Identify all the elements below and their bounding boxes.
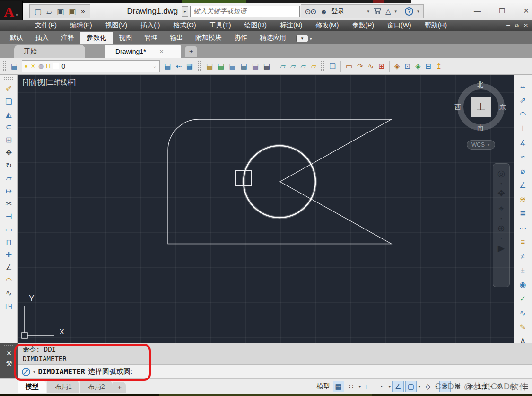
menu-item-help[interactable]: 帮助(H) (418, 21, 454, 30)
save-icon[interactable]: ▣ (57, 7, 64, 16)
dim-edit-icon[interactable]: ✎ (520, 320, 526, 334)
minimize-button[interactable]: — (474, 7, 481, 15)
autodesk-exchange-icon[interactable]: △ (385, 7, 391, 16)
ribbon-tab-output[interactable]: 输出 (164, 32, 189, 44)
layout-tab-model[interactable]: 模型 (18, 381, 46, 393)
orbit-icon[interactable]: ⊕ (497, 221, 505, 236)
annotation-scale-caret-icon[interactable]: ▾ (490, 385, 492, 389)
edit-attribute-icon[interactable]: ◈ (392, 59, 402, 73)
grid-display-icon[interactable]: ▦ (333, 381, 344, 392)
rotate-icon[interactable]: ↻ (6, 159, 12, 172)
layer-unlock2-icon[interactable]: ▱ (308, 59, 319, 73)
ribbon-tab-parametric[interactable]: 参数化 (80, 32, 113, 44)
menu-item-edit[interactable]: 编辑(E) (63, 21, 99, 30)
outline-polyline[interactable] (168, 119, 392, 244)
osnap-3d-icon[interactable]: ◇ (422, 381, 434, 392)
vp-thaw-icon[interactable]: ▱ (288, 59, 298, 73)
trim-icon[interactable]: ✂ (6, 197, 12, 210)
menu-item-view[interactable]: 视图(V) (99, 21, 134, 30)
menu-item-insert[interactable]: 插入(I) (134, 21, 166, 30)
extend-icon[interactable]: ⊣ (6, 210, 12, 223)
layer-dropdown[interactable]: ●☀◍⊔0⌄ (22, 60, 160, 72)
layer-unisolate-icon[interactable]: ▤ (215, 59, 227, 73)
new-layout-button[interactable]: ＋ (113, 382, 126, 393)
layer-previous-icon[interactable]: ⇠ (173, 59, 184, 73)
open-folder-icon[interactable]: ▱ (46, 7, 52, 16)
zoom-extents-icon[interactable]: ⌖ (499, 202, 504, 216)
dim-arc-length-icon[interactable]: ◠ (520, 107, 526, 122)
search-binoculars-icon[interactable]: ʘʘ (305, 8, 316, 16)
dim-continue-icon[interactable]: ⋯ (519, 221, 527, 235)
layout-tab-layout2[interactable]: 布局2 (80, 381, 113, 393)
menu-item-modify[interactable]: 修改(M) (309, 21, 345, 30)
make-object-layer-current-icon[interactable]: ▤ (162, 59, 173, 73)
join-icon[interactable]: ✚ (6, 248, 12, 261)
menu-item-parametric[interactable]: 参数(P) (345, 21, 381, 30)
object-snap-icon[interactable]: ✱ (439, 381, 451, 392)
layer-on-bulb-icon[interactable]: ● (24, 62, 28, 70)
osnap-tracking-icon[interactable]: ▢ (405, 381, 417, 392)
menu-item-draw[interactable]: 绘图(D) (238, 21, 273, 30)
drawing-canvas[interactable]: [-][俯视][二维线框] XY 北 南 西 东 上 WCS ▼ ◎▾✥⌖▾⊕▾… (18, 75, 514, 343)
layer-freeze-icon[interactable]: ▤ (227, 59, 238, 73)
pan-hand-icon[interactable]: ✥ (497, 186, 505, 201)
layer-plot-icon[interactable]: ◍ (38, 62, 44, 70)
isodraft-icon[interactable]: ∠ (392, 381, 404, 392)
app-store-cart-icon[interactable] (373, 7, 382, 16)
layer-walk-icon[interactable]: ▤ (261, 59, 272, 73)
dim-diameter-icon[interactable]: ⌀ (521, 164, 525, 178)
ribbon-tab-collaborate[interactable]: 协作 (228, 32, 253, 44)
attribute-sync-icon[interactable]: ⊡ (402, 59, 413, 73)
menu-item-tools[interactable]: 工具(T) (203, 21, 238, 30)
menu-item-dimension[interactable]: 标注(N) (273, 21, 309, 30)
layer-make-current-icon[interactable]: ▤ (250, 59, 261, 73)
layer-isolate-icon[interactable]: ▤ (204, 59, 215, 73)
stretch-icon[interactable]: ↦ (6, 185, 12, 197)
layout-tab-layout1[interactable]: 布局1 (47, 381, 79, 393)
vp-freeze-icon[interactable]: ▱ (278, 59, 288, 73)
purge-broom-icon[interactable]: ↥ (434, 59, 445, 73)
blend-curves-icon[interactable]: ∿ (6, 287, 12, 299)
annotation-scale-value[interactable]: 1:1 (478, 383, 487, 390)
annotation-visibility-icon[interactable]: ✱ (452, 381, 463, 392)
erase-icon[interactable]: ✐ (6, 82, 12, 95)
toolbar-grip[interactable] (321, 61, 324, 72)
annotation-autoscale-icon[interactable]: ✱ (465, 381, 476, 392)
ribbon-tab-insert[interactable]: 插入 (29, 32, 55, 44)
dim-radius-icon[interactable]: ∡ (519, 136, 526, 150)
toolbar-grip[interactable] (4, 77, 14, 80)
ribbon-tab-featured[interactable]: 精选应用 (253, 32, 292, 44)
customize-wrench-icon[interactable]: ⚒ (6, 360, 12, 368)
maximize-button[interactable]: ☐ (499, 7, 505, 15)
ortho-mode-icon[interactable]: ∟ (363, 381, 374, 392)
move-icon[interactable]: ✥ (6, 146, 12, 159)
zoom-extents-caret-icon[interactable]: ▾ (500, 217, 502, 220)
layer-states-icon[interactable]: ▦ (184, 59, 195, 73)
command-input-line[interactable]: ▾ DIMDIAMETER 选择圆弧或圆: (18, 365, 532, 378)
doc-close-icon[interactable]: ✕ (523, 22, 528, 29)
fillet-icon[interactable]: ◠ (6, 274, 12, 287)
save-as-icon[interactable]: ▣ (69, 7, 76, 16)
dim-linear-icon[interactable]: ↔ (519, 79, 527, 93)
ribbon-tab-manage[interactable]: 管理 (138, 32, 164, 44)
dock-grip[interactable] (4, 344, 14, 347)
viewcube-north[interactable]: 北 (477, 80, 483, 89)
close-button[interactable]: ✕ (523, 7, 529, 15)
dim-break-icon[interactable]: ≠ (521, 249, 525, 264)
viewcube-south[interactable]: 南 (477, 123, 484, 132)
more-tools-icon[interactable]: » (81, 7, 85, 16)
login-button[interactable]: 登录 (331, 7, 344, 16)
menu-item-file[interactable]: 文件(F) (28, 21, 63, 30)
layer-dropdown-caret-icon[interactable]: ⌄ (153, 63, 157, 69)
close-command-icon[interactable]: ✕ (6, 349, 12, 358)
layer-thaw-sun-icon[interactable]: ☀ (30, 62, 36, 70)
dim-ordinate-icon[interactable]: ⊥ (520, 122, 526, 136)
osnap-tracking-caret-icon[interactable]: ▾ (419, 385, 420, 389)
dim-baseline-icon[interactable]: ≣ (520, 207, 526, 221)
xref-clip-icon[interactable]: ▭ (343, 59, 355, 73)
title-expand-button[interactable]: ▸ (182, 6, 188, 17)
help-caret-icon[interactable]: ▾ (417, 9, 419, 14)
customize-menu-icon[interactable]: ☰ (520, 381, 531, 392)
array-icon[interactable]: ⊞ (6, 133, 12, 146)
dim-angular-icon[interactable]: ∠ (519, 178, 526, 193)
